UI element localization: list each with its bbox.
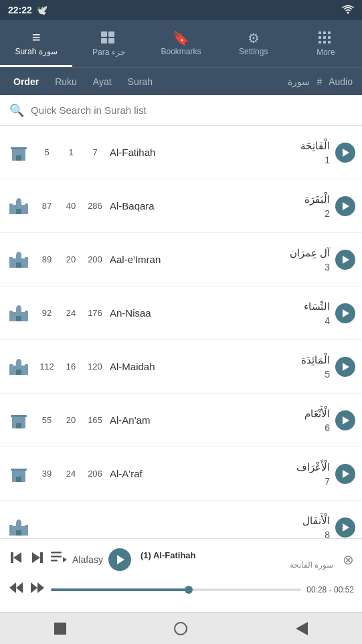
back-button[interactable] bbox=[294, 621, 309, 636]
player-fastforward-icon[interactable] bbox=[29, 580, 46, 600]
player-time-display: 00:28 - 00:52 bbox=[306, 585, 354, 594]
surah-latin-name: Aal-e'Imran bbox=[110, 254, 290, 265]
search-input[interactable] bbox=[31, 104, 353, 116]
svg-rect-4 bbox=[108, 38, 114, 44]
svg-rect-24 bbox=[25, 257, 28, 268]
surah-list-item[interactable]: 9224176An-Nisaaالنِّسَاء4 bbox=[0, 287, 362, 340]
tab-settings[interactable]: ⚙ Settings bbox=[217, 20, 290, 67]
svg-rect-6 bbox=[323, 31, 326, 34]
svg-rect-7 bbox=[328, 31, 331, 34]
tab-surah[interactable]: ≡ Surah سورة bbox=[0, 20, 72, 67]
sub-nav-surah[interactable]: Surah bbox=[120, 72, 161, 91]
surah-icon-3 bbox=[7, 248, 31, 272]
surah-icon-4 bbox=[7, 301, 31, 325]
svg-rect-10 bbox=[328, 36, 331, 39]
sub-nav-audio[interactable]: Audio bbox=[325, 76, 357, 87]
player-track-subtitle: سورة الفاتحة bbox=[141, 560, 333, 570]
player-progress-dot bbox=[185, 586, 193, 594]
player-progress-bar[interactable] bbox=[51, 588, 301, 591]
svg-rect-22 bbox=[16, 262, 21, 268]
settings-tab-icon: ⚙ bbox=[248, 31, 260, 45]
surah-list-item[interactable]: 8740286Al-Baqaraالْبَقَرَة2 bbox=[0, 179, 362, 233]
svg-rect-40 bbox=[16, 530, 21, 536]
surah-latin-name: Al-An'am bbox=[110, 414, 304, 426]
surah-play-button-4[interactable] bbox=[335, 303, 355, 323]
svg-rect-34 bbox=[16, 423, 21, 428]
surah-latin-name: Al-Fatihah bbox=[110, 147, 300, 158]
surah-list-item[interactable]: 5520165Al-An'amالْأَنْعَام6 bbox=[0, 394, 362, 447]
surah-play-button-6[interactable] bbox=[335, 410, 355, 430]
svg-marker-44 bbox=[13, 552, 21, 563]
surah-icon-1 bbox=[7, 141, 31, 165]
player-rewind-icon[interactable] bbox=[8, 580, 24, 600]
para-tab-icon bbox=[101, 31, 116, 46]
svg-marker-45 bbox=[32, 552, 40, 563]
svg-rect-12 bbox=[323, 41, 326, 44]
svg-rect-32 bbox=[25, 364, 28, 375]
sub-nav-arabic: سورة bbox=[284, 76, 314, 87]
svg-rect-3 bbox=[101, 38, 107, 44]
svg-rect-9 bbox=[323, 36, 326, 39]
surah-list-item[interactable]: 517Al-Fatihahالْفَاتِحَة1 bbox=[0, 126, 362, 179]
svg-rect-49 bbox=[51, 560, 58, 562]
svg-rect-47 bbox=[51, 552, 62, 554]
sub-nav-hash: # bbox=[314, 76, 325, 87]
svg-rect-41 bbox=[9, 525, 13, 536]
more-tab-label: More bbox=[316, 48, 335, 56]
stop-button[interactable] bbox=[53, 621, 68, 636]
surah-latin-name: Al-Baqara bbox=[110, 200, 304, 212]
bottom-nav bbox=[0, 612, 362, 644]
tab-bookmarks[interactable]: 🔖 Bookmarks bbox=[145, 20, 217, 67]
svg-rect-13 bbox=[328, 41, 331, 44]
surah-list-item[interactable]: 3924206Al-A'rafالْأَعْرَاف7 bbox=[0, 447, 362, 501]
surah-latin-name: Al-A'raf bbox=[110, 468, 296, 479]
home-button[interactable] bbox=[173, 621, 188, 636]
surah-arabic-name: الْأَنفَال bbox=[302, 515, 330, 527]
svg-marker-43 bbox=[11, 552, 13, 563]
nav-tabs: ≡ Surah سورة Para جزء 🔖 Bookmarks ⚙ Sett… bbox=[0, 20, 362, 67]
surah-arabic-name: آل عِمرَان bbox=[290, 247, 330, 259]
player-playlist-icon[interactable] bbox=[51, 552, 67, 568]
svg-rect-26 bbox=[16, 316, 21, 321]
sub-nav: Order Ruku Ayat Surah سورة # Audio bbox=[0, 67, 362, 95]
surah-play-button-5[interactable] bbox=[335, 357, 355, 377]
surah-icon-6 bbox=[7, 408, 31, 432]
status-time: 22:22 🕊️ bbox=[8, 5, 48, 15]
svg-rect-1 bbox=[101, 31, 107, 37]
para-tab-label: Para جزء bbox=[92, 48, 125, 56]
surah-play-button-1[interactable] bbox=[335, 143, 355, 163]
sub-nav-ayat[interactable]: Ayat bbox=[85, 72, 120, 91]
svg-rect-5 bbox=[319, 31, 321, 34]
search-bar: 🔍 bbox=[0, 95, 362, 126]
surah-play-button-2[interactable] bbox=[335, 196, 355, 216]
surah-play-button-7[interactable] bbox=[335, 464, 355, 484]
surah-play-button-3[interactable] bbox=[335, 250, 355, 270]
svg-rect-23 bbox=[9, 257, 13, 268]
surah-list-item[interactable]: 11216120Al-Maidahالْمَائِدَة5 bbox=[0, 340, 362, 394]
player-track-title: (1) Al-Fatihah bbox=[141, 550, 333, 560]
svg-rect-18 bbox=[16, 209, 21, 214]
svg-marker-50 bbox=[63, 557, 67, 562]
surah-list-item[interactable]: الْأَنفَال8 bbox=[0, 501, 362, 538]
surah-icon-5 bbox=[7, 355, 31, 379]
svg-rect-19 bbox=[9, 204, 13, 214]
surah-list-item[interactable]: 8920200Aal-e'Imranآل عِمرَان3 bbox=[0, 233, 362, 287]
surah-play-button-8[interactable] bbox=[335, 517, 355, 538]
player: Alafasy (1) Al-Fatihah سورة الفاتحة ⊗ 00… bbox=[0, 538, 362, 612]
surah-arabic-name: الْفَاتِحَة bbox=[300, 140, 330, 152]
player-close-icon[interactable]: ⊗ bbox=[343, 552, 354, 568]
sub-nav-ruku[interactable]: Ruku bbox=[47, 72, 85, 91]
svg-rect-16 bbox=[11, 147, 27, 149]
wifi-icon bbox=[342, 5, 354, 16]
tab-para[interactable]: Para جزء bbox=[72, 20, 145, 67]
player-next-icon[interactable] bbox=[29, 550, 46, 570]
surah-tab-icon: ≡ bbox=[32, 30, 41, 45]
svg-rect-38 bbox=[11, 469, 27, 471]
player-play-button[interactable] bbox=[108, 548, 131, 571]
surah-latin-name: Al-Maidah bbox=[110, 361, 301, 372]
tab-more[interactable]: More bbox=[290, 20, 362, 67]
player-skip-prev-icon[interactable] bbox=[8, 550, 24, 570]
surah-arabic-name: الْبَقَرَة bbox=[304, 193, 330, 206]
svg-marker-46 bbox=[40, 552, 43, 563]
sub-nav-order[interactable]: Order bbox=[5, 72, 47, 91]
